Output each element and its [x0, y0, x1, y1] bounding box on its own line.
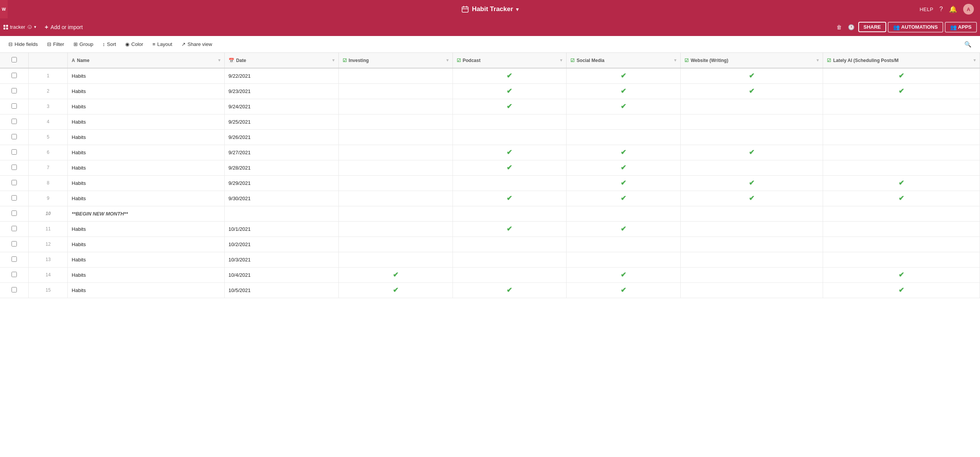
row-investing[interactable] — [338, 114, 452, 129]
row-date[interactable]: 10/4/2021 — [224, 267, 338, 282]
row-checkbox-cell[interactable] — [0, 267, 28, 282]
row-checkbox[interactable] — [11, 165, 17, 170]
row-investing[interactable] — [338, 68, 452, 83]
row-podcast[interactable]: ✔ — [452, 145, 567, 160]
row-investing[interactable] — [338, 83, 452, 99]
row-social-media[interactable]: ✔ — [567, 145, 681, 160]
apps-button[interactable]: 👥 APPS — [945, 22, 977, 33]
row-date[interactable]: 9/27/2021 — [224, 145, 338, 160]
row-name[interactable]: Habits — [68, 129, 225, 145]
row-checkbox[interactable] — [11, 241, 17, 246]
row-lately-ai[interactable] — [823, 99, 980, 114]
row-name[interactable]: Habits — [68, 191, 225, 206]
history-icon[interactable]: 🕐 — [846, 23, 857, 32]
row-podcast[interactable]: ✔ — [452, 99, 567, 114]
col-social-sort-icon[interactable]: ▾ — [674, 58, 676, 63]
col-name-sort-icon[interactable]: ▾ — [218, 58, 220, 63]
row-checkbox[interactable] — [11, 103, 17, 109]
help-label[interactable]: HELP — [920, 7, 933, 12]
row-website[interactable]: ✔ — [681, 175, 823, 191]
row-podcast[interactable] — [452, 175, 567, 191]
add-import-button[interactable]: + Add or import — [39, 18, 88, 36]
row-name[interactable]: Habits — [68, 175, 225, 191]
col-header-social-media[interactable]: ☑ Social Media ▾ — [567, 53, 681, 68]
row-website[interactable]: ✔ — [681, 83, 823, 99]
col-header-name[interactable]: A Name ▾ — [68, 53, 225, 68]
row-checkbox-cell[interactable] — [0, 83, 28, 99]
row-website[interactable]: ✔ — [681, 191, 823, 206]
col-website-sort-icon[interactable]: ▾ — [817, 58, 819, 63]
row-name[interactable]: Habits — [68, 145, 225, 160]
row-website[interactable]: ✔ — [681, 145, 823, 160]
row-investing[interactable] — [338, 252, 452, 267]
row-checkbox-cell[interactable] — [0, 175, 28, 191]
row-checkbox-cell[interactable] — [0, 282, 28, 298]
row-investing[interactable] — [338, 206, 452, 221]
row-podcast[interactable] — [452, 206, 567, 221]
row-website[interactable]: ✔ — [681, 68, 823, 83]
row-checkbox[interactable] — [11, 149, 17, 155]
row-name[interactable]: Habits — [68, 221, 225, 237]
col-lately-sort-icon[interactable]: ▾ — [973, 58, 976, 63]
share-view-button[interactable]: ↗ Share view — [178, 39, 216, 49]
row-checkbox[interactable] — [11, 134, 17, 139]
row-investing[interactable] — [338, 145, 452, 160]
share-button[interactable]: SHARE — [858, 22, 887, 32]
row-investing[interactable] — [338, 129, 452, 145]
row-podcast[interactable] — [452, 114, 567, 129]
row-social-media[interactable]: ✔ — [567, 68, 681, 83]
row-lately-ai[interactable]: ✔ — [823, 175, 980, 191]
view-label[interactable]: tracker i ▾ — [0, 18, 39, 36]
row-social-media[interactable] — [567, 129, 681, 145]
row-checkbox[interactable] — [11, 287, 17, 292]
row-investing[interactable] — [338, 221, 452, 237]
row-name[interactable]: Habits — [68, 267, 225, 282]
row-checkbox-cell[interactable] — [0, 114, 28, 129]
row-website[interactable] — [681, 129, 823, 145]
col-header-checkbox[interactable] — [0, 53, 28, 68]
row-investing[interactable] — [338, 160, 452, 175]
row-social-media[interactable]: ✔ — [567, 221, 681, 237]
row-date[interactable]: 10/3/2021 — [224, 252, 338, 267]
col-header-podcast[interactable]: ☑ Podcast ▾ — [452, 53, 567, 68]
row-date[interactable]: 9/28/2021 — [224, 160, 338, 175]
color-button[interactable]: ◉ Color — [121, 39, 147, 49]
row-checkbox-cell[interactable] — [0, 237, 28, 252]
row-lately-ai[interactable] — [823, 160, 980, 175]
col-investing-sort-icon[interactable]: ▾ — [446, 58, 449, 63]
row-date[interactable]: 9/29/2021 — [224, 175, 338, 191]
view-chevron-icon[interactable]: ▾ — [34, 24, 36, 29]
row-website[interactable] — [681, 267, 823, 282]
row-date[interactable]: 9/25/2021 — [224, 114, 338, 129]
row-social-media[interactable] — [567, 252, 681, 267]
row-checkbox[interactable] — [11, 211, 17, 216]
row-podcast[interactable]: ✔ — [452, 191, 567, 206]
row-date[interactable]: 9/30/2021 — [224, 191, 338, 206]
row-lately-ai[interactable]: ✔ — [823, 282, 980, 298]
row-website[interactable] — [681, 114, 823, 129]
row-date[interactable]: 10/2/2021 — [224, 237, 338, 252]
row-checkbox[interactable] — [11, 180, 17, 185]
filter-button[interactable]: ⊟ Filter — [43, 39, 68, 49]
row-checkbox[interactable] — [11, 256, 17, 262]
row-date[interactable]: 9/23/2021 — [224, 83, 338, 99]
row-checkbox-cell[interactable] — [0, 160, 28, 175]
row-name[interactable]: Habits — [68, 68, 225, 83]
row-lately-ai[interactable] — [823, 145, 980, 160]
row-podcast[interactable] — [452, 237, 567, 252]
col-header-date[interactable]: 📅 Date ▾ — [224, 53, 338, 68]
row-social-media[interactable]: ✔ — [567, 175, 681, 191]
row-date[interactable]: 10/5/2021 — [224, 282, 338, 298]
row-website[interactable] — [681, 282, 823, 298]
row-social-media[interactable]: ✔ — [567, 282, 681, 298]
row-name[interactable]: **BEGIN NEW MONTH** — [68, 206, 225, 221]
row-investing[interactable]: ✔ — [338, 267, 452, 282]
row-checkbox[interactable] — [11, 119, 17, 124]
automations-button[interactable]: 👥 AUTOMATIONS — [888, 22, 943, 33]
row-checkbox[interactable] — [11, 88, 17, 93]
row-podcast[interactable] — [452, 252, 567, 267]
row-lately-ai[interactable] — [823, 129, 980, 145]
avatar[interactable]: A — [963, 4, 974, 15]
row-website[interactable] — [681, 252, 823, 267]
row-checkbox-cell[interactable] — [0, 129, 28, 145]
